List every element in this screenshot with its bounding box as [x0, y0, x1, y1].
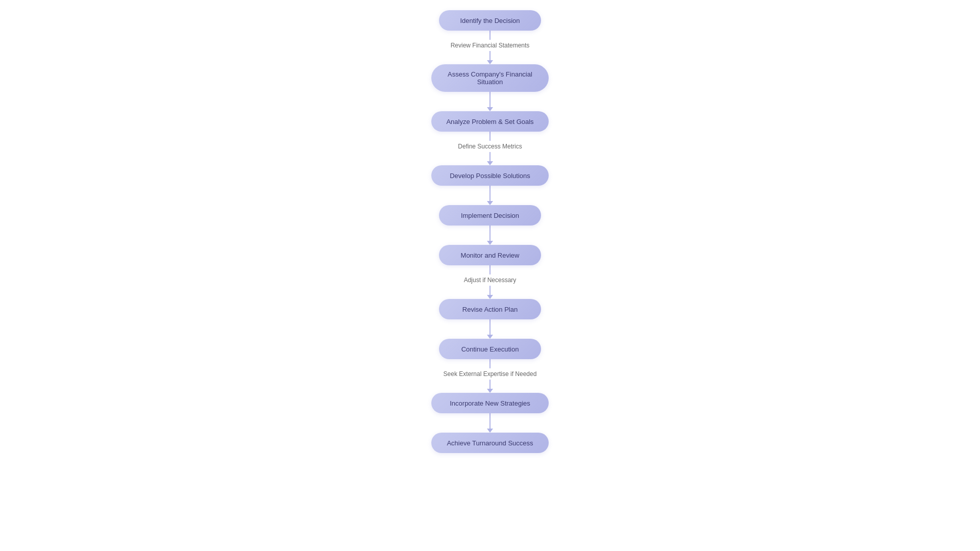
- line: [489, 51, 491, 60]
- arrow: [487, 60, 493, 64]
- label-seek-external: Seek External Expertise if Needed: [444, 370, 537, 378]
- connector-8: Seek External Expertise if Needed: [444, 359, 537, 393]
- arrow: [487, 335, 493, 339]
- label-adjust: Adjust if Necessary: [464, 277, 517, 284]
- node-achieve[interactable]: Achieve Turnaround Success: [431, 433, 549, 453]
- line: [489, 226, 491, 241]
- line: [489, 286, 491, 295]
- node-continue[interactable]: Continue Execution: [439, 339, 541, 359]
- line: [489, 319, 491, 335]
- node-develop[interactable]: Develop Possible Solutions: [431, 165, 549, 186]
- arrow: [487, 295, 493, 299]
- connector-3: Define Success Metrics: [458, 132, 522, 165]
- line: [489, 31, 491, 40]
- line: [489, 92, 491, 107]
- line: [489, 413, 491, 429]
- arrow: [487, 161, 493, 165]
- node-assess[interactable]: Assess Company's Financial Situation: [431, 64, 549, 92]
- arrow: [487, 241, 493, 245]
- node-implement[interactable]: Implement Decision: [439, 205, 541, 226]
- label-define-metrics: Define Success Metrics: [458, 143, 522, 150]
- connector-6: Adjust if Necessary: [464, 265, 517, 299]
- connector-9: [388, 413, 592, 433]
- arrow: [487, 201, 493, 205]
- connector-4: [388, 186, 592, 205]
- node-revise[interactable]: Revise Action Plan: [439, 299, 541, 319]
- line: [489, 186, 491, 201]
- node-monitor[interactable]: Monitor and Review: [439, 245, 541, 265]
- arrow: [487, 429, 493, 433]
- line: [489, 265, 491, 274]
- connector-2: [388, 92, 592, 111]
- line: [489, 152, 491, 161]
- line: [489, 359, 491, 368]
- connector-1: Review Financial Statements: [451, 31, 530, 64]
- node-analyze[interactable]: Analyze Problem & Set Goals: [431, 111, 549, 132]
- line: [489, 380, 491, 389]
- node-incorporate[interactable]: Incorporate New Strategies: [431, 393, 549, 413]
- arrow: [487, 107, 493, 111]
- arrow: [487, 389, 493, 393]
- flowchart: Identify the Decision Review Financial S…: [388, 0, 592, 473]
- connector-7: [388, 319, 592, 339]
- connector-5: [388, 226, 592, 245]
- label-review-financial: Review Financial Statements: [451, 42, 530, 49]
- node-identify[interactable]: Identify the Decision: [439, 10, 541, 31]
- line: [489, 132, 491, 141]
